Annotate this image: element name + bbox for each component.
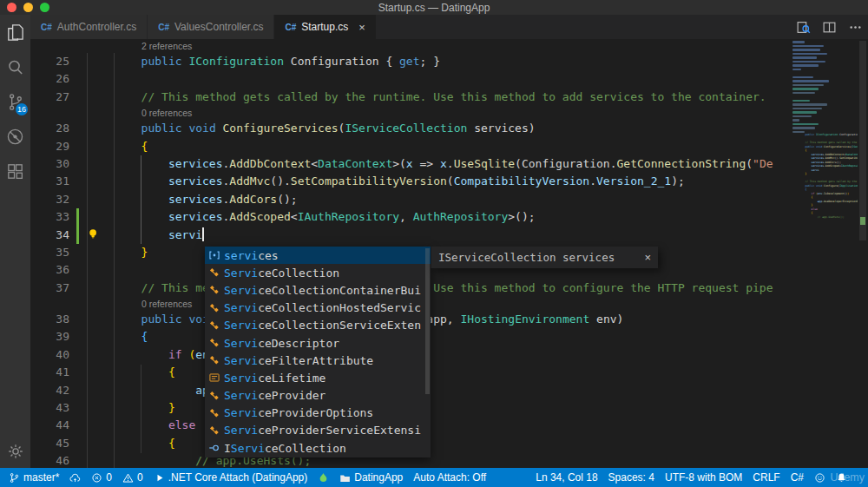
code-line-30[interactable]: 30services.AddDbContext<DataContext>(x =… [30,155,788,173]
code-line-26[interactable]: 26 [30,70,788,88]
suggestion-item-ServiceDescriptor[interactable]: ServiceDescriptor [205,334,431,352]
status-label: Auto Attach: Off [413,471,486,484]
activity-bar-item-explorer[interactable] [0,15,30,49]
split-editor-icon[interactable] [822,20,837,35]
error-icon [91,472,102,484]
more-actions-icon[interactable] [848,20,863,35]
class-kind-icon [208,407,224,419]
line-number: 36 [30,261,69,279]
suggestion-item-ServiceFilterAttribute[interactable]: ServiceFilterAttribute [205,352,431,369]
lightbulb-icon[interactable] [88,228,100,240]
code-line-34[interactable]: 34servi [30,227,788,244]
glyph-margin [69,261,87,279]
status-label: Ln 34, Col 18 [536,471,597,484]
status-auto-attach-off[interactable]: Auto Attach: Off [408,468,491,487]
status-crlf[interactable]: CRLF [747,468,785,487]
editor-actions [796,15,863,39]
tab-label: ValuesController.cs [174,21,264,33]
kind-class [208,424,220,437]
window-title: Startup.cs — DatingApp [0,2,868,14]
code-line-33[interactable]: 33services.AddScoped<IAuthRepository, Au… [30,208,788,226]
code-line-29[interactable]: 29{ [30,138,788,155]
status-ln-34-col-18[interactable]: Ln 34, Col 18 [530,468,602,487]
status-master[interactable]: master* [3,468,64,487]
glyph-margin [69,244,87,261]
status-sync-icon[interactable] [64,468,86,487]
suggest-detail-close-icon[interactable]: × [644,251,651,264]
activity-bar-item-source-control[interactable]: 16 [0,84,30,119]
activity-bar-item-debug[interactable] [0,119,30,154]
status-flame-icon[interactable] [312,468,334,487]
glyph-margin [69,382,87,399]
code-line-25[interactable]: 25public IConfiguration Configuration { … [30,53,788,70]
suggestion-label: ServiceCollection [224,267,339,280]
minimap[interactable]: public IConfiguration Configuration { ge… [788,39,858,468]
status-c[interactable]: C# [786,468,809,487]
status-0[interactable]: 0 [117,468,148,487]
status-net-core-attach-datingapp[interactable]: .NET Core Attach (DatingApp) [148,468,313,487]
scrollbar-thumb[interactable] [859,41,866,240]
codelens-references[interactable]: 2 references [30,39,788,53]
glyph-margin [69,70,87,88]
minimap-line [792,115,812,118]
line-number: 26 [30,70,69,88]
udemy-watermark: Udemy [830,471,865,484]
suggestion-item-ServiceCollectionContainerBui[interactable]: ServiceCollectionContainerBui [205,281,431,299]
glyph-margin [69,452,87,468]
code-line-31[interactable]: 31services.AddMvc().SetCompatibilityVers… [30,173,788,190]
activity-bar-item-extensions[interactable] [0,154,30,188]
code-line-28[interactable]: 28public void ConfigureServices(IService… [30,120,788,137]
suggestion-item-ServiceCollectionServiceExten[interactable]: ServiceCollectionServiceExten [205,317,431,334]
status-smiley-icon[interactable] [809,468,831,487]
suggestion-item-ServiceCollection[interactable]: ServiceCollection [205,264,431,281]
minimap-line [792,127,815,129]
code-line-27[interactable]: 27// This method gets called by the runt… [30,89,788,106]
code-text: public IConfiguration Configuration { ge… [87,53,440,70]
status-spaces-4[interactable]: Spaces: 4 [603,468,660,487]
suggestion-item-ServiceCollectionHostedServic[interactable]: ServiceCollectionHostedServic [205,299,431,317]
settings-gear-button[interactable] [0,442,30,461]
status-label: .NET Core Attach (DatingApp) [168,471,308,484]
line-number: 42 [30,382,69,399]
status-datingapp[interactable]: DatingApp [334,468,408,487]
minimap-line [792,103,827,106]
suggestion-item-IServiceCollection[interactable]: IServiceCollection [205,439,431,457]
code-text: services.AddCors(); [87,191,298,208]
code-text: services.AddScoped<IAuthRepository, Auth… [87,208,536,226]
suggestion-item-ServiceProviderServiceExtensi[interactable]: ServiceProviderServiceExtensi [205,422,431,439]
code-editor[interactable]: 2 references25public IConfiguration Conf… [30,39,868,468]
codelens-references[interactable]: 0 references [30,106,788,120]
suggestion-item-ServiceLifetime[interactable]: ServiceLifetime [205,369,431,386]
glyph-margin [69,328,87,346]
git-branch-icon [9,472,20,484]
minimap-line [792,76,813,79]
suggest-scrollbar[interactable] [425,248,430,394]
editor-scrollbar[interactable] [858,39,868,468]
suggestion-item-services[interactable]: services [205,247,431,264]
code-text: } [87,399,175,417]
tab-close-icon[interactable]: × [358,22,365,33]
status-utf-8-with-bom[interactable]: UTF-8 with BOM [660,468,747,487]
line-number: 29 [30,138,69,155]
source-control-badge: 16 [16,103,28,115]
tab-authcontroller-cs[interactable]: C#AuthController.cs [30,15,148,39]
code-line-32[interactable]: 32services.AddCors(); [30,191,788,208]
status-label: C# [791,471,804,484]
status-0[interactable]: 0 [86,468,117,487]
open-preview-icon[interactable] [796,20,811,35]
code-text: } [87,244,148,261]
kind-class [208,337,220,349]
activity-bar-item-search[interactable] [0,49,30,84]
sync-icon [69,472,81,484]
gutter-added-lines-indicator [76,208,79,244]
suggestion-label: services [224,249,279,262]
tab-startup-cs[interactable]: C#Startup.cs× [274,15,376,39]
explorer-icon [5,23,25,43]
activity-bar: 16 [0,15,30,468]
suggestion-item-ServiceProviderOptions[interactable]: ServiceProviderOptions [205,405,431,422]
kind-class [208,302,220,314]
suggestion-item-ServiceProvider[interactable]: ServiceProvider [205,387,431,405]
status-label: master* [23,471,59,484]
intellisense-suggest-widget: servicesServiceCollectionServiceCollecti… [205,247,431,457]
tab-valuescontroller-cs[interactable]: C#ValuesController.cs [148,15,274,39]
